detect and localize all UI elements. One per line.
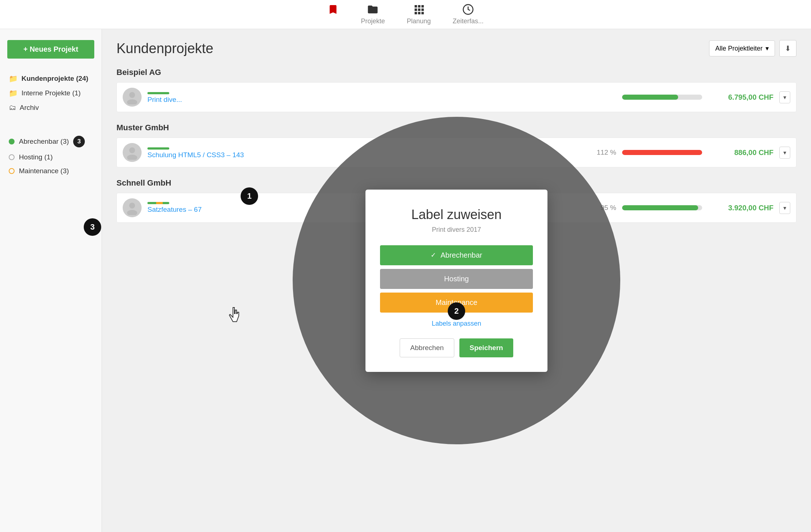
nav-bookmarks[interactable] <box>327 4 339 25</box>
label-hosting-text: Hosting <box>444 275 469 283</box>
dot-gray-icon <box>9 154 15 160</box>
dot-yellow-icon <box>9 168 15 174</box>
labels-link-container: Labels anpassen <box>380 320 533 327</box>
sidebar-item-kundenprojekte[interactable]: 📁 Kundenprojekte (24) <box>7 71 94 86</box>
modal-subtitle: Print divers 2017 <box>380 226 533 234</box>
modal-label-hosting[interactable]: Hosting <box>380 269 533 289</box>
svg-rect-2 <box>421 5 424 8</box>
checkmark-icon: ✓ <box>431 251 436 259</box>
svg-rect-1 <box>418 5 420 8</box>
modal-overlay: 2 Label zuweisen Print divers 2017 ✓ Abr… <box>102 29 811 532</box>
main-layout: + Neues Projekt 📁 Kundenprojekte (24) 📁 … <box>0 29 811 532</box>
sidebar-label-hosting[interactable]: Hosting (1) <box>7 150 94 164</box>
badge-3: 3 <box>73 136 85 147</box>
new-project-button[interactable]: + Neues Projekt <box>7 40 94 59</box>
sidebar-nav-section: 📁 Kundenprojekte (24) 📁 Interne Projekte… <box>7 71 94 115</box>
nav-time[interactable]: Zeiterfas... <box>453 4 484 25</box>
svg-rect-5 <box>421 8 424 11</box>
step-badge-3-container: 3 <box>84 218 101 236</box>
modal-actions: Abbrechen Speichern <box>380 338 533 357</box>
svg-rect-4 <box>418 8 420 11</box>
sidebar-item-interne-projekte[interactable]: 📁 Interne Projekte (1) <box>7 86 94 100</box>
sidebar-label-abrechenbar[interactable]: Abrechenbar (3) 3 <box>7 133 94 150</box>
label-abrechenbar-text: Abrechenbar <box>440 251 482 259</box>
cursor-hand-icon <box>226 306 244 331</box>
modal-dialog: Label zuweisen Print divers 2017 ✓ Abrec… <box>365 190 547 372</box>
sidebar: + Neues Projekt 📁 Kundenprojekte (24) 📁 … <box>0 29 102 532</box>
sidebar-abrechenbar-label: Abrechenbar (3) <box>19 138 69 146</box>
svg-rect-7 <box>418 12 420 15</box>
sidebar-maintenance-label: Maintenance (3) <box>19 167 69 175</box>
save-button[interactable]: Speichern <box>459 338 513 357</box>
nav-projects-label: Projekte <box>361 17 385 25</box>
cancel-button[interactable]: Abbrechen <box>400 338 454 357</box>
step-badge-2: 2 <box>448 302 465 320</box>
modal-label-abrechenbar[interactable]: ✓ Abrechenbar <box>380 245 533 265</box>
folder-open-icon: 📁 <box>9 74 18 83</box>
folder-icon-archiv: 🗂 <box>9 103 16 112</box>
folder-icon-interne: 📁 <box>9 89 18 98</box>
sidebar-hosting-label: Hosting (1) <box>19 153 53 161</box>
svg-rect-0 <box>415 5 417 8</box>
sidebar-archiv-label: Archiv <box>20 104 39 112</box>
nav-planning[interactable]: Planung <box>407 4 431 25</box>
dot-green-icon <box>9 139 15 144</box>
sidebar-label-maintenance[interactable]: Maintenance (3) <box>7 164 94 178</box>
nav-time-label: Zeiterfas... <box>453 17 484 25</box>
sidebar-labels-section: Abrechenbar (3) 3 Hosting (1) Maintenanc… <box>7 133 94 178</box>
labels-anpassen-link[interactable]: Labels anpassen <box>432 320 481 327</box>
svg-rect-3 <box>415 8 417 11</box>
modal-title: Label zuweisen <box>380 207 533 222</box>
sidebar-item-archiv[interactable]: 🗂 Archiv <box>7 100 94 115</box>
nav-planning-label: Planung <box>407 17 431 25</box>
nav-icons: Projekte Planung Zeiterfas... <box>327 4 483 25</box>
sidebar-kundenprojekte-label: Kundenprojekte (24) <box>21 75 88 83</box>
svg-rect-8 <box>421 12 424 15</box>
content-area: Kundenprojekte Alle Projektleiter ▾ ⬇ Be… <box>102 29 811 532</box>
sidebar-interne-label: Interne Projekte (1) <box>21 89 81 97</box>
svg-rect-6 <box>415 12 417 15</box>
nav-projects[interactable]: Projekte <box>361 4 385 25</box>
top-nav: Projekte Planung Zeiterfas... <box>0 0 811 29</box>
